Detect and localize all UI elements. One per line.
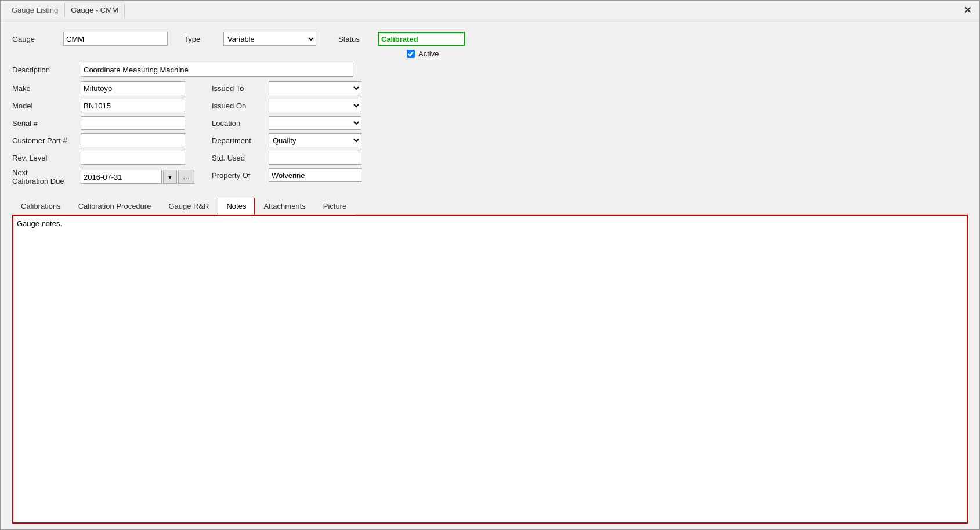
title-tab-gauge-listing[interactable]: Gauge Listing bbox=[5, 3, 64, 17]
location-label: Location bbox=[212, 119, 264, 128]
issued-to-select[interactable] bbox=[269, 81, 361, 95]
row-property-of: Property Of bbox=[212, 168, 361, 182]
model-label: Model bbox=[12, 101, 76, 110]
make-input[interactable] bbox=[81, 81, 185, 95]
row-issued-on: Issued On bbox=[212, 99, 361, 112]
tab-attachments[interactable]: Attachments bbox=[255, 198, 314, 215]
tabs-bar: Calibrations Calibration Procedure Gauge… bbox=[12, 197, 968, 215]
title-tab-gauge-cmm[interactable]: Gauge - CMM bbox=[64, 3, 125, 17]
tab-calibrations[interactable]: Calibrations bbox=[12, 198, 70, 215]
location-select[interactable] bbox=[269, 116, 361, 130]
issued-on-select[interactable] bbox=[269, 99, 361, 112]
active-row: Active bbox=[407, 49, 439, 58]
active-label: Active bbox=[418, 49, 439, 58]
active-checkbox[interactable] bbox=[407, 50, 415, 58]
row-location: Location bbox=[212, 116, 361, 130]
tab-gauge-rr[interactable]: Gauge R&R bbox=[160, 198, 218, 215]
gauge-label: Gauge bbox=[12, 35, 59, 43]
status-label: Status bbox=[338, 35, 373, 43]
department-select[interactable]: Quality Engineering Production bbox=[269, 133, 361, 147]
content-area: Gauge document.currentScript.previousEle… bbox=[1, 20, 979, 529]
row-std-used: Std. Used bbox=[212, 151, 361, 165]
row-model: Model bbox=[12, 99, 194, 112]
title-bar: Gauge Listing Gauge - CMM ✕ bbox=[1, 1, 979, 20]
row-issued-to: Issued To bbox=[212, 81, 361, 95]
next-cal-label: NextCalibration Due bbox=[12, 168, 76, 186]
description-input[interactable] bbox=[81, 63, 353, 77]
status-input[interactable] bbox=[378, 32, 465, 46]
next-cal-input[interactable] bbox=[81, 170, 162, 184]
row-customer-part: Customer Part # bbox=[12, 133, 194, 147]
row-rev-level: Rev. Level bbox=[12, 151, 194, 165]
issued-to-label: Issued To bbox=[212, 84, 264, 93]
row-description: Description bbox=[12, 63, 968, 77]
serial-label: Serial # bbox=[12, 119, 76, 128]
tab-calibration-procedure[interactable]: Calibration Procedure bbox=[70, 198, 160, 215]
std-used-input[interactable] bbox=[269, 151, 361, 165]
date-picker-button[interactable]: … bbox=[178, 170, 194, 184]
date-dropdown-button[interactable]: ▼ bbox=[163, 170, 177, 184]
rev-level-label: Rev. Level bbox=[12, 154, 76, 162]
customer-part-label: Customer Part # bbox=[12, 136, 76, 145]
department-label: Department bbox=[212, 136, 264, 145]
model-input[interactable] bbox=[81, 99, 185, 112]
row-gauge-type-status: Gauge document.currentScript.previousEle… bbox=[12, 32, 968, 46]
customer-part-input[interactable] bbox=[81, 133, 185, 147]
tab-notes[interactable]: Notes bbox=[218, 198, 255, 215]
tab-picture[interactable]: Picture bbox=[314, 198, 355, 215]
row-make: Make bbox=[12, 81, 194, 95]
main-window: Gauge Listing Gauge - CMM ✕ Gauge docume… bbox=[0, 0, 980, 530]
property-of-label: Property Of bbox=[212, 171, 264, 180]
rev-level-input[interactable] bbox=[81, 151, 185, 165]
std-used-label: Std. Used bbox=[212, 154, 264, 162]
issued-on-label: Issued On bbox=[212, 101, 264, 110]
notes-container bbox=[12, 215, 968, 524]
type-label: Type bbox=[184, 35, 219, 43]
type-select[interactable]: Variable Attribute Visual bbox=[223, 32, 316, 46]
row-serial: Serial # bbox=[12, 116, 194, 130]
property-of-input[interactable] bbox=[269, 168, 361, 182]
serial-input[interactable] bbox=[81, 116, 185, 130]
close-button[interactable]: ✕ bbox=[960, 5, 975, 16]
date-input-row: ▼ … bbox=[81, 170, 194, 184]
gauge-input[interactable] bbox=[63, 32, 168, 46]
description-label: Description bbox=[12, 66, 76, 74]
row-next-cal: NextCalibration Due ▼ … bbox=[12, 168, 194, 186]
make-label: Make bbox=[12, 84, 76, 93]
notes-textarea[interactable] bbox=[12, 215, 968, 524]
row-department: Department Quality Engineering Productio… bbox=[212, 133, 361, 147]
